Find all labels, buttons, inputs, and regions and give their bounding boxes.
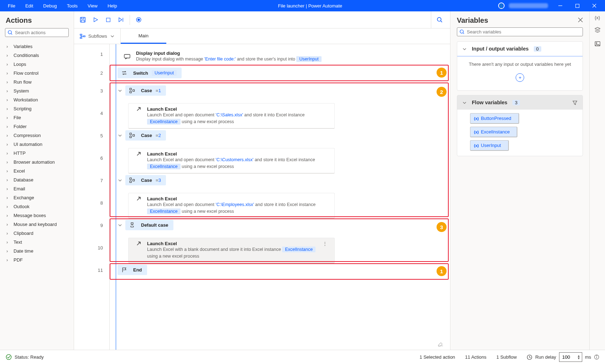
case-header[interactable]: Case = 3: [125, 175, 166, 185]
actions-search-input[interactable]: [15, 30, 66, 35]
menu-edit[interactable]: Edit: [20, 1, 38, 11]
collapse-icon[interactable]: [118, 178, 122, 183]
action-row[interactable]: Launch Excel Launch Excel and open docum…: [110, 103, 447, 130]
line-number: 11: [74, 261, 109, 279]
actions-tree-item[interactable]: ›HTTP: [0, 149, 72, 158]
variable-chip[interactable]: (x)ExcelInstance: [470, 127, 517, 137]
subflows-dropdown[interactable]: Subflows: [74, 28, 121, 44]
more-options-button[interactable]: ⋮: [320, 241, 329, 260]
variables-search[interactable]: [457, 27, 583, 36]
menu-tools[interactable]: Tools: [62, 1, 83, 11]
inner-action-card[interactable]: Launch Excel Launch Excel and open docum…: [128, 148, 335, 174]
actions-tree-item[interactable]: ›Compression: [0, 131, 72, 140]
user-avatar-icon[interactable]: [498, 2, 505, 9]
actions-tree-item[interactable]: ›PDF: [0, 255, 72, 264]
actions-tree-item[interactable]: ›UI automation: [0, 140, 72, 149]
menu-help[interactable]: Help: [103, 1, 122, 11]
case-header[interactable]: Case = 1: [125, 85, 166, 96]
actions-tree-item[interactable]: ›Mouse and keyboard: [0, 220, 72, 229]
switch-header[interactable]: Switch UserInput: [118, 68, 182, 78]
save-button[interactable]: [76, 14, 89, 26]
actions-panel: Actions ›Variables›Conditionals›Loops›Fl…: [0, 11, 74, 350]
action-row[interactable]: Launch Excel Launch Excel and open docum…: [110, 193, 447, 220]
variable-chip[interactable]: (x)ButtonPressed: [470, 113, 519, 124]
actions-tree-item[interactable]: ›Browser automation: [0, 158, 72, 167]
case-header[interactable]: Case = 2: [125, 130, 166, 141]
action-row[interactable]: Case = 3: [110, 175, 447, 193]
close-panel-button[interactable]: [578, 17, 583, 23]
minimize-button[interactable]: [552, 0, 568, 11]
action-row[interactable]: Case = 2: [110, 130, 447, 148]
svg-rect-23: [133, 90, 135, 91]
add-variable-button[interactable]: ＋: [516, 73, 524, 82]
info-icon[interactable]: [594, 354, 599, 360]
end-header[interactable]: End: [118, 265, 147, 275]
actions-tree-item[interactable]: ›Scripting: [0, 104, 72, 113]
actions-search[interactable]: [5, 28, 69, 37]
stop-button[interactable]: [102, 14, 115, 26]
actions-tree-item[interactable]: ›Workstation: [0, 95, 72, 104]
inner-action-card[interactable]: Launch Excel Launch Excel and open docum…: [128, 193, 335, 218]
collapse-icon[interactable]: [118, 88, 122, 93]
step-button[interactable]: [115, 14, 127, 26]
actions-tree-item[interactable]: ›Run flow: [0, 78, 72, 86]
actions-tree-item[interactable]: ›File: [0, 113, 72, 122]
run-delay-unit: ms: [585, 354, 591, 360]
rail-stack-icon[interactable]: [594, 27, 601, 34]
actions-tree-item[interactable]: ›Message boxes: [0, 211, 72, 220]
svg-rect-24: [130, 133, 131, 135]
menu-file[interactable]: File: [3, 1, 20, 11]
title-bar: File Edit Debug Tools View Help File lau…: [0, 0, 605, 11]
action-row[interactable]: Case = 1: [110, 85, 447, 103]
action-row[interactable]: End: [110, 265, 447, 283]
default-case-header[interactable]: Default case: [125, 220, 173, 230]
actions-tree-item[interactable]: ›Date time: [0, 247, 72, 255]
close-button[interactable]: [586, 0, 602, 11]
inner-action-card[interactable]: Launch Excel Launch Excel and open docum…: [128, 103, 335, 129]
actions-tree-item[interactable]: ›Loops: [0, 60, 72, 69]
variables-search-input[interactable]: [467, 29, 580, 35]
io-variables-toggle[interactable]: Input / output variables 0: [457, 42, 583, 56]
actions-tree-item[interactable]: ›Email: [0, 184, 72, 193]
actions-tree-item[interactable]: ›Clipboard: [0, 229, 72, 238]
action-row[interactable]: Launch Excel Launch Excel and open docum…: [110, 148, 447, 175]
eraser-icon[interactable]: [437, 340, 444, 348]
actions-tree-item[interactable]: ›Folder: [0, 122, 72, 131]
actions-tree-item[interactable]: ›Database: [0, 175, 72, 184]
run-button[interactable]: [89, 14, 102, 26]
actions-tree-item[interactable]: ›Exchange: [0, 193, 72, 202]
actions-tree-item[interactable]: ›Variables: [0, 42, 72, 51]
actions-tree-item[interactable]: ›Outlook: [0, 202, 72, 211]
flow-search-button[interactable]: [431, 11, 448, 28]
actions-tree-item[interactable]: ›System: [0, 86, 72, 95]
action-row[interactable]: Default case: [110, 220, 447, 238]
actions-tree-item[interactable]: ›Excel: [0, 167, 72, 175]
collapse-icon[interactable]: [118, 223, 122, 227]
rail-images-icon[interactable]: [594, 41, 601, 48]
menu-view[interactable]: View: [83, 1, 103, 11]
collapse-icon[interactable]: [118, 133, 122, 138]
menu-debug[interactable]: Debug: [38, 1, 62, 11]
maximize-button[interactable]: [569, 0, 585, 11]
filter-icon[interactable]: [572, 100, 578, 105]
line-number: 1: [74, 44, 109, 64]
action-title: Case: [141, 133, 152, 138]
svg-rect-20: [124, 54, 130, 58]
action-row[interactable]: Switch UserInput: [110, 68, 447, 85]
rail-variables-icon[interactable]: {x}: [595, 15, 600, 20]
actions-tree-item[interactable]: ›Text: [0, 238, 72, 247]
variables-panel: Variables Input / output variables 0 The…: [450, 11, 589, 350]
variable-chip[interactable]: (x)UserInput: [470, 140, 509, 151]
action-row[interactable]: Display input dialog Display input dialo…: [110, 48, 447, 68]
action-row[interactable]: Launch Excel Launch Excel with a blank d…: [110, 238, 447, 265]
actions-tree-item[interactable]: ›Conditionals: [0, 51, 72, 60]
actions-tree[interactable]: ›Variables›Conditionals›Loops›Flow contr…: [0, 41, 74, 350]
actions-tree-item[interactable]: ›Flow control: [0, 69, 72, 78]
spin-down[interactable]: ▼: [577, 357, 580, 360]
flow-variables-toggle[interactable]: Flow variables 3: [457, 95, 583, 110]
inner-action-card-selected[interactable]: Launch Excel Launch Excel with a blank d…: [128, 238, 335, 263]
record-button[interactable]: [132, 14, 145, 26]
tab-main[interactable]: Main: [121, 28, 166, 44]
run-delay-input[interactable]: ▲▼: [559, 352, 582, 362]
flow-canvas[interactable]: 1234567891011 Display input dialog Displ…: [74, 44, 450, 350]
